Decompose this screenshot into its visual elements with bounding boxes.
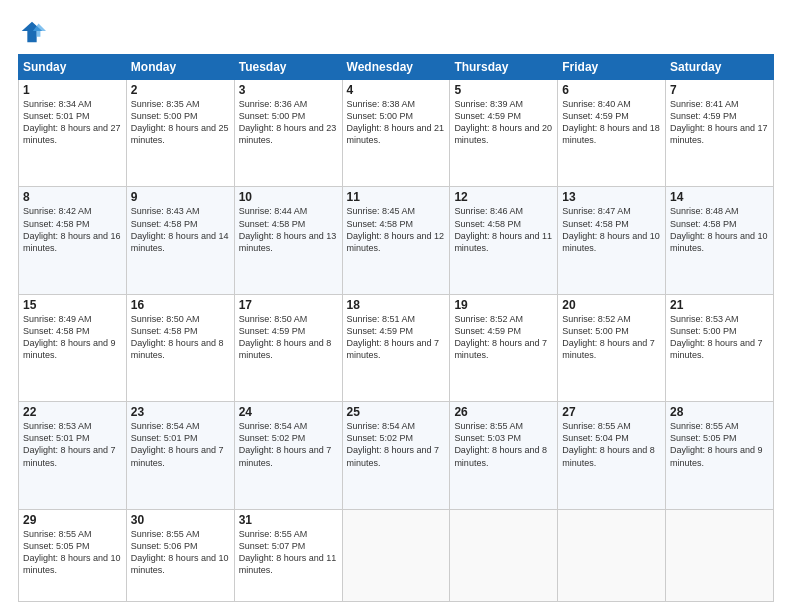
day-info: Sunrise: 8:49 AMSunset: 4:58 PMDaylight:… <box>23 313 122 362</box>
day-number: 22 <box>23 405 122 419</box>
day-number: 24 <box>239 405 338 419</box>
day-cell-8: 8 Sunrise: 8:42 AMSunset: 4:58 PMDayligh… <box>19 187 127 294</box>
empty-cell <box>558 509 666 601</box>
day-number: 2 <box>131 83 230 97</box>
day-info: Sunrise: 8:54 AMSunset: 5:02 PMDaylight:… <box>239 420 338 469</box>
day-cell-25: 25 Sunrise: 8:54 AMSunset: 5:02 PMDaylig… <box>342 402 450 509</box>
day-number: 12 <box>454 190 553 204</box>
day-info: Sunrise: 8:41 AMSunset: 4:59 PMDaylight:… <box>670 98 769 147</box>
day-cell-19: 19 Sunrise: 8:52 AMSunset: 4:59 PMDaylig… <box>450 294 558 401</box>
day-number: 25 <box>347 405 446 419</box>
day-number: 27 <box>562 405 661 419</box>
day-cell-2: 2 Sunrise: 8:35 AMSunset: 5:00 PMDayligh… <box>126 80 234 187</box>
day-info: Sunrise: 8:44 AMSunset: 4:58 PMDaylight:… <box>239 205 338 254</box>
day-cell-27: 27 Sunrise: 8:55 AMSunset: 5:04 PMDaylig… <box>558 402 666 509</box>
day-number: 14 <box>670 190 769 204</box>
day-info: Sunrise: 8:38 AMSunset: 5:00 PMDaylight:… <box>347 98 446 147</box>
calendar: SundayMondayTuesdayWednesdayThursdayFrid… <box>18 54 774 602</box>
day-info: Sunrise: 8:52 AMSunset: 4:59 PMDaylight:… <box>454 313 553 362</box>
day-cell-5: 5 Sunrise: 8:39 AMSunset: 4:59 PMDayligh… <box>450 80 558 187</box>
day-cell-30: 30 Sunrise: 8:55 AMSunset: 5:06 PMDaylig… <box>126 509 234 601</box>
day-number: 11 <box>347 190 446 204</box>
day-cell-17: 17 Sunrise: 8:50 AMSunset: 4:59 PMDaylig… <box>234 294 342 401</box>
header-row: SundayMondayTuesdayWednesdayThursdayFrid… <box>19 55 774 80</box>
day-header-wednesday: Wednesday <box>342 55 450 80</box>
day-number: 1 <box>23 83 122 97</box>
day-info: Sunrise: 8:36 AMSunset: 5:00 PMDaylight:… <box>239 98 338 147</box>
empty-cell <box>342 509 450 601</box>
day-info: Sunrise: 8:54 AMSunset: 5:01 PMDaylight:… <box>131 420 230 469</box>
day-number: 28 <box>670 405 769 419</box>
day-number: 13 <box>562 190 661 204</box>
day-header-sunday: Sunday <box>19 55 127 80</box>
day-info: Sunrise: 8:54 AMSunset: 5:02 PMDaylight:… <box>347 420 446 469</box>
day-number: 10 <box>239 190 338 204</box>
day-info: Sunrise: 8:47 AMSunset: 4:58 PMDaylight:… <box>562 205 661 254</box>
day-cell-9: 9 Sunrise: 8:43 AMSunset: 4:58 PMDayligh… <box>126 187 234 294</box>
day-info: Sunrise: 8:45 AMSunset: 4:58 PMDaylight:… <box>347 205 446 254</box>
day-header-monday: Monday <box>126 55 234 80</box>
day-cell-20: 20 Sunrise: 8:52 AMSunset: 5:00 PMDaylig… <box>558 294 666 401</box>
day-cell-22: 22 Sunrise: 8:53 AMSunset: 5:01 PMDaylig… <box>19 402 127 509</box>
calendar-header: SundayMondayTuesdayWednesdayThursdayFrid… <box>19 55 774 80</box>
day-number: 4 <box>347 83 446 97</box>
day-cell-21: 21 Sunrise: 8:53 AMSunset: 5:00 PMDaylig… <box>666 294 774 401</box>
day-info: Sunrise: 8:42 AMSunset: 4:58 PMDaylight:… <box>23 205 122 254</box>
day-number: 5 <box>454 83 553 97</box>
week-row-1: 1 Sunrise: 8:34 AMSunset: 5:01 PMDayligh… <box>19 80 774 187</box>
day-info: Sunrise: 8:55 AMSunset: 5:07 PMDaylight:… <box>239 528 338 577</box>
day-number: 15 <box>23 298 122 312</box>
day-info: Sunrise: 8:40 AMSunset: 4:59 PMDaylight:… <box>562 98 661 147</box>
day-number: 26 <box>454 405 553 419</box>
day-info: Sunrise: 8:55 AMSunset: 5:05 PMDaylight:… <box>670 420 769 469</box>
day-info: Sunrise: 8:52 AMSunset: 5:00 PMDaylight:… <box>562 313 661 362</box>
empty-cell <box>666 509 774 601</box>
day-info: Sunrise: 8:50 AMSunset: 4:59 PMDaylight:… <box>239 313 338 362</box>
day-info: Sunrise: 8:39 AMSunset: 4:59 PMDaylight:… <box>454 98 553 147</box>
day-cell-11: 11 Sunrise: 8:45 AMSunset: 4:58 PMDaylig… <box>342 187 450 294</box>
day-info: Sunrise: 8:43 AMSunset: 4:58 PMDaylight:… <box>131 205 230 254</box>
day-cell-26: 26 Sunrise: 8:55 AMSunset: 5:03 PMDaylig… <box>450 402 558 509</box>
day-number: 17 <box>239 298 338 312</box>
week-row-3: 15 Sunrise: 8:49 AMSunset: 4:58 PMDaylig… <box>19 294 774 401</box>
day-cell-24: 24 Sunrise: 8:54 AMSunset: 5:02 PMDaylig… <box>234 402 342 509</box>
day-number: 20 <box>562 298 661 312</box>
day-cell-13: 13 Sunrise: 8:47 AMSunset: 4:58 PMDaylig… <box>558 187 666 294</box>
day-cell-18: 18 Sunrise: 8:51 AMSunset: 4:59 PMDaylig… <box>342 294 450 401</box>
calendar-body: 1 Sunrise: 8:34 AMSunset: 5:01 PMDayligh… <box>19 80 774 602</box>
day-info: Sunrise: 8:35 AMSunset: 5:00 PMDaylight:… <box>131 98 230 147</box>
page: SundayMondayTuesdayWednesdayThursdayFrid… <box>0 0 792 612</box>
day-number: 23 <box>131 405 230 419</box>
day-info: Sunrise: 8:50 AMSunset: 4:58 PMDaylight:… <box>131 313 230 362</box>
day-info: Sunrise: 8:34 AMSunset: 5:01 PMDaylight:… <box>23 98 122 147</box>
day-info: Sunrise: 8:55 AMSunset: 5:05 PMDaylight:… <box>23 528 122 577</box>
day-info: Sunrise: 8:55 AMSunset: 5:04 PMDaylight:… <box>562 420 661 469</box>
day-cell-14: 14 Sunrise: 8:48 AMSunset: 4:58 PMDaylig… <box>666 187 774 294</box>
day-number: 19 <box>454 298 553 312</box>
day-number: 7 <box>670 83 769 97</box>
day-number: 8 <box>23 190 122 204</box>
day-cell-3: 3 Sunrise: 8:36 AMSunset: 5:00 PMDayligh… <box>234 80 342 187</box>
day-cell-7: 7 Sunrise: 8:41 AMSunset: 4:59 PMDayligh… <box>666 80 774 187</box>
logo <box>18 18 50 46</box>
day-cell-10: 10 Sunrise: 8:44 AMSunset: 4:58 PMDaylig… <box>234 187 342 294</box>
day-number: 9 <box>131 190 230 204</box>
day-info: Sunrise: 8:53 AMSunset: 5:01 PMDaylight:… <box>23 420 122 469</box>
week-row-4: 22 Sunrise: 8:53 AMSunset: 5:01 PMDaylig… <box>19 402 774 509</box>
day-info: Sunrise: 8:48 AMSunset: 4:58 PMDaylight:… <box>670 205 769 254</box>
day-number: 30 <box>131 513 230 527</box>
logo-icon <box>18 18 46 46</box>
day-cell-29: 29 Sunrise: 8:55 AMSunset: 5:05 PMDaylig… <box>19 509 127 601</box>
day-number: 21 <box>670 298 769 312</box>
day-header-tuesday: Tuesday <box>234 55 342 80</box>
day-cell-31: 31 Sunrise: 8:55 AMSunset: 5:07 PMDaylig… <box>234 509 342 601</box>
day-cell-23: 23 Sunrise: 8:54 AMSunset: 5:01 PMDaylig… <box>126 402 234 509</box>
empty-cell <box>450 509 558 601</box>
day-info: Sunrise: 8:51 AMSunset: 4:59 PMDaylight:… <box>347 313 446 362</box>
day-cell-1: 1 Sunrise: 8:34 AMSunset: 5:01 PMDayligh… <box>19 80 127 187</box>
day-info: Sunrise: 8:46 AMSunset: 4:58 PMDaylight:… <box>454 205 553 254</box>
day-number: 3 <box>239 83 338 97</box>
day-cell-4: 4 Sunrise: 8:38 AMSunset: 5:00 PMDayligh… <box>342 80 450 187</box>
day-cell-28: 28 Sunrise: 8:55 AMSunset: 5:05 PMDaylig… <box>666 402 774 509</box>
day-cell-12: 12 Sunrise: 8:46 AMSunset: 4:58 PMDaylig… <box>450 187 558 294</box>
